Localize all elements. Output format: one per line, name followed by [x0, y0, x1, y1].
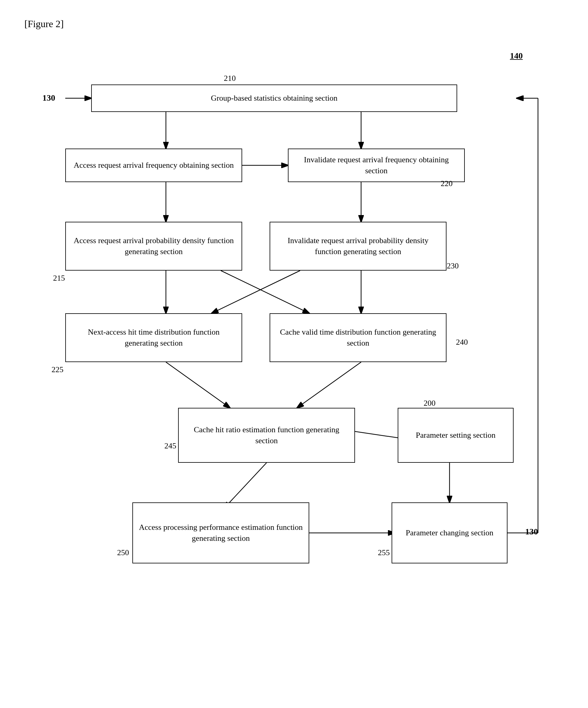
figure-label: [Figure 2]	[24, 18, 564, 30]
ref-240: 240	[456, 338, 468, 347]
invalidate-freq-box: Invalidate request arrival frequency obt…	[288, 149, 465, 182]
invalidate-pdf-label: Invalidate request arrival probability d…	[275, 235, 441, 258]
ref-250: 250	[117, 548, 129, 557]
access-pdf-label: Access request arrival probability densi…	[71, 235, 237, 258]
access-freq-box: Access request arrival frequency obtaini…	[65, 149, 242, 182]
access-perf-label: Access processing performance estimation…	[138, 522, 304, 544]
svg-line-13	[297, 362, 361, 408]
cache-valid-box: Cache valid time distribution function g…	[270, 313, 446, 362]
param-change-label: Parameter changing section	[406, 527, 493, 538]
access-perf-box: Access processing performance estimation…	[133, 502, 309, 563]
svg-line-10	[221, 271, 309, 313]
svg-line-12	[166, 362, 230, 408]
ref-210: 210	[224, 74, 236, 83]
svg-line-11	[212, 271, 300, 313]
arrows-svg	[35, 48, 553, 688]
group-stats-box: Group-based statistics obtaining section	[91, 85, 457, 112]
ref-245: 245	[165, 441, 176, 450]
invalidate-freq-label: Invalidate request arrival frequency obt…	[293, 154, 459, 177]
ref-200: 200	[423, 399, 436, 408]
ref-130-left: 130	[42, 93, 55, 103]
next-access-box: Next-access hit time distribution functi…	[65, 313, 242, 362]
ref-230: 230	[447, 261, 459, 271]
access-freq-label: Access request arrival frequency obtaini…	[74, 160, 234, 171]
diagram-container: 140	[35, 48, 553, 688]
invalidate-pdf-box: Invalidate request arrival probability d…	[270, 222, 446, 271]
ref-140: 140	[510, 51, 523, 61]
svg-line-15	[224, 463, 267, 508]
next-access-label: Next-access hit time distribution functi…	[71, 327, 237, 349]
ref-255: 255	[378, 548, 390, 557]
cache-valid-label: Cache valid time distribution function g…	[275, 327, 441, 349]
page: [Figure 2] 140	[0, 0, 588, 708]
cache-hit-box: Cache hit ratio estimation function gene…	[178, 408, 355, 463]
param-setting-box: Parameter setting section	[398, 408, 513, 463]
ref-225: 225	[52, 365, 63, 374]
cache-hit-label: Cache hit ratio estimation function gene…	[184, 424, 350, 447]
ref-220: 220	[441, 179, 452, 188]
group-stats-label: Group-based statistics obtaining section	[211, 93, 337, 104]
param-setting-label: Parameter setting section	[416, 430, 495, 441]
access-pdf-box: Access request arrival probability densi…	[65, 222, 242, 271]
param-change-box: Parameter changing section	[391, 502, 507, 563]
ref-130-right: 130	[525, 527, 538, 537]
ref-215: 215	[53, 274, 65, 283]
